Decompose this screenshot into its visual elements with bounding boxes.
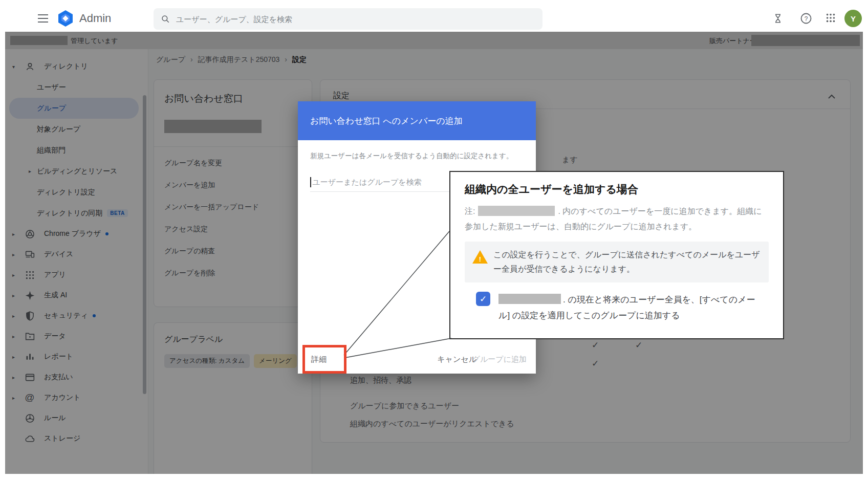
search-input[interactable] [176, 15, 535, 24]
checkbox-label: . の現在と将来のユーザー全員を、[すべてのメール] の設定を適用してこのグルー… [498, 292, 757, 323]
warning-icon: ! [472, 250, 488, 264]
dialog-title: お問い合わせ窓口 へのメンバーの追加 [298, 101, 536, 140]
text-cursor [310, 177, 311, 187]
redacted-domain [478, 206, 555, 216]
callout-title: 組織内の全ユーザーを追加する場合 [465, 182, 769, 197]
global-search[interactable] [154, 8, 542, 30]
dialog-description: 新規ユーザーは各メールを受信するよう自動的に設定されます。 [310, 151, 524, 161]
menu-icon[interactable] [38, 14, 48, 23]
add-to-group-button[interactable]: グループに追加 [472, 355, 527, 364]
add-all-users-row: ✓ . の現在と将来のユーザー全員を、[すべてのメール] の設定を適用してこのグ… [465, 292, 769, 323]
hourglass-icon[interactable] [771, 12, 785, 26]
product-name: Admin [79, 12, 111, 25]
cancel-button[interactable]: キャンセル [437, 355, 476, 364]
details-button[interactable]: 詳細 [311, 355, 327, 364]
svg-text:?: ? [805, 15, 808, 23]
callout-note: 注:. 内のすべてのユーザーを一度に追加できます。組織に参加した新規ユーザーは、… [465, 204, 769, 234]
avatar[interactable]: Y [844, 10, 862, 27]
annotation-callout: 組織内の全ユーザーを追加する場合 注:. 内のすべてのユーザーを一度に追加できま… [449, 171, 784, 339]
search-icon [161, 14, 170, 24]
warning-message: ! この設定を行うことで、グループに送信されたすべてのメールをユーザー全員が受信… [465, 242, 769, 282]
apps-grid-icon[interactable] [824, 12, 837, 26]
admin-logo [57, 10, 74, 27]
app-header: Admin ? Y [5, 5, 863, 32]
member-search-placeholder: ユーザーまたはグループを検索 [313, 178, 422, 187]
help-icon[interactable]: ? [799, 12, 813, 26]
checkbox-checked-icon[interactable]: ✓ [476, 292, 490, 306]
redacted-domain [498, 294, 561, 304]
